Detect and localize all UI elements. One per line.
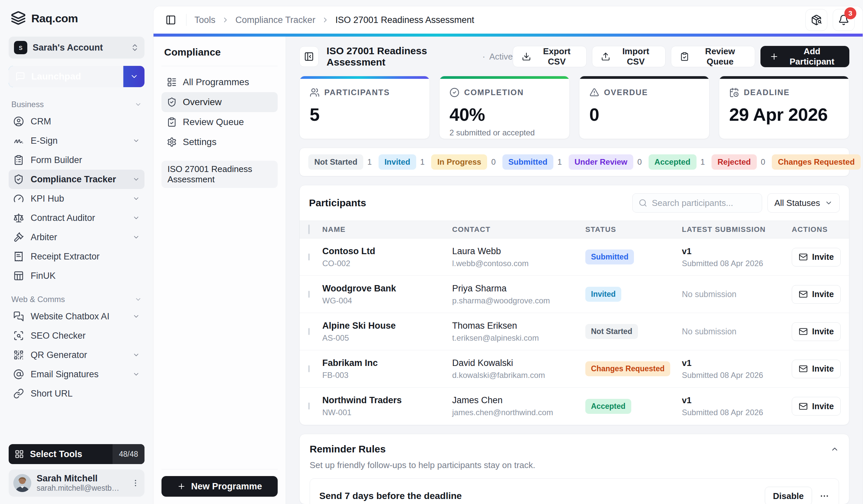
chevron-down-icon — [825, 199, 833, 207]
qr-code-icon — [13, 350, 24, 360]
launchpad-dropdown[interactable] — [123, 66, 145, 87]
participant-name: Fabrikam Inc — [322, 358, 452, 368]
sidebar-item-website-chatbox-ai[interactable]: Website Chatbox AI — [9, 307, 145, 326]
subnav-item-label: Review Queue — [183, 117, 244, 127]
import-csv-label: Import CSV — [615, 46, 656, 67]
reminder-rules-title: Reminder Rules — [310, 443, 386, 455]
new-programme-button[interactable]: New Programme — [162, 476, 278, 497]
section-web-comms[interactable]: Web & Comms — [11, 295, 142, 304]
package-search-button[interactable] — [805, 9, 827, 31]
stat-accent — [439, 76, 569, 79]
sidebar-item-finuk[interactable]: FinUK — [9, 266, 145, 285]
reminder-rule-text: Send 7 days before the deadline — [319, 491, 462, 501]
mail-icon — [799, 290, 808, 299]
participant-search[interactable] — [632, 193, 762, 212]
status-count: 1 — [558, 157, 562, 167]
sidebar-item-form-builder[interactable]: Form Builder — [9, 150, 145, 170]
invite-label: Invite — [812, 289, 834, 299]
sidebar-item-qr-generator[interactable]: QR Generator — [9, 345, 145, 365]
select-tools-button[interactable]: Select Tools 48/48 — [9, 444, 145, 464]
alert-triangle-icon — [589, 88, 599, 98]
clipboard-list-icon — [13, 155, 24, 165]
notifications-button[interactable]: 3 — [833, 9, 855, 31]
table-row: Northwind TradersNW-001 James Chenjames.… — [300, 388, 849, 425]
launchpad-button[interactable]: Launchpad — [9, 66, 145, 87]
section-business[interactable]: Business — [11, 100, 142, 109]
sidebar-item-email-signatures[interactable]: Email Signatures — [9, 365, 145, 384]
row-checkbox[interactable] — [308, 254, 310, 260]
clipboard-check-icon — [680, 52, 689, 61]
notification-badge: 3 — [845, 7, 856, 19]
status-pill-changes-requested: Changes Requested — [772, 154, 861, 170]
search-input[interactable] — [652, 198, 756, 208]
sidebar-item-receipt-extractor[interactable]: Receipt Extractor — [9, 247, 145, 266]
import-csv-button[interactable]: Import CSV — [592, 46, 665, 67]
sidebar-item-seo-checker[interactable]: SEO Checker — [9, 326, 145, 345]
chevron-down-icon — [133, 137, 140, 144]
status-summary-bar: Not Started 1 Invited 1 In Progress 0 Su… — [299, 148, 849, 176]
subnav-title: Compliance — [162, 45, 278, 66]
review-queue-button[interactable]: Review Queue — [671, 46, 755, 67]
panel-left-toggle-button[interactable] — [163, 13, 178, 27]
invite-button[interactable]: Invite — [792, 285, 841, 304]
programme-chip[interactable]: ISO 27001 Readiness Assessment — [162, 161, 278, 188]
launchpad-label: Launchpad — [31, 71, 81, 82]
stat-label: DEADLINE — [744, 88, 790, 97]
subnav-item-review-queue[interactable]: Review Queue — [162, 112, 278, 132]
chevron-down-icon — [133, 313, 140, 320]
more-horizontal-icon[interactable] — [820, 491, 829, 501]
invite-button[interactable]: Invite — [792, 322, 841, 341]
row-checkbox[interactable] — [308, 328, 310, 335]
invite-button[interactable]: Invite — [792, 397, 841, 415]
account-avatar: s — [14, 41, 27, 54]
status-text: Active — [489, 52, 513, 62]
account-switcher[interactable]: s Sarah's Account — [9, 37, 145, 59]
sidebar-item-label: SEO Checker — [30, 331, 140, 341]
subnav-item-overview[interactable]: Overview — [162, 92, 278, 112]
sidebar-item-arbiter[interactable]: Arbiter — [9, 228, 145, 247]
mail-icon — [799, 253, 808, 261]
invite-button[interactable]: Invite — [792, 360, 841, 378]
chevron-up-icon[interactable] — [830, 445, 839, 453]
row-checkbox[interactable] — [308, 402, 310, 410]
panel-collapse-button[interactable] — [299, 46, 318, 67]
status-filter-select[interactable]: All Statuses — [767, 193, 840, 212]
contact-email: james.chen@northwind.com — [452, 408, 585, 417]
invite-label: Invite — [812, 252, 834, 262]
sidebar-item-compliance-tracker[interactable]: Compliance Tracker — [9, 170, 145, 189]
invite-button[interactable]: Invite — [792, 248, 841, 267]
row-checkbox[interactable] — [308, 365, 310, 372]
participant-name: Northwind Traders — [322, 395, 452, 405]
sidebar-item-esign[interactable]: E-Sign — [9, 131, 145, 150]
disable-button[interactable]: Disable — [765, 487, 812, 504]
layout-grid-icon — [15, 450, 24, 459]
subnav-item-settings[interactable]: Settings — [162, 132, 278, 152]
sidebar-item-short-url[interactable]: Short URL — [9, 384, 145, 403]
sidebar-item-contract-auditor[interactable]: Contract Auditor — [9, 208, 145, 228]
breadcrumb-compliance-tracker[interactable]: Compliance Tracker — [235, 15, 315, 25]
status-pill-not-started: Not Started — [308, 154, 363, 170]
user-profile-chip[interactable]: Sarah Mitchell sarah.mitchell@westbur... — [9, 469, 145, 497]
reminder-rules-card: Reminder Rules Set up friendly follow-up… — [299, 434, 849, 504]
sidebar-item-kpi-hub[interactable]: KPI Hub — [9, 189, 145, 208]
gauge-icon — [13, 193, 24, 204]
row-checkbox[interactable] — [308, 291, 310, 298]
breadcrumb-tools[interactable]: Tools — [195, 15, 215, 25]
launchpad-main[interactable]: Launchpad — [9, 66, 123, 87]
select-all-checkbox[interactable] — [308, 224, 310, 234]
contact-name: Thomas Eriksen — [452, 321, 585, 331]
submission-date: Submitted 08 Apr 2026 — [682, 259, 792, 268]
calendar-clock-icon — [729, 88, 739, 98]
sidebar-item-crm[interactable]: CRM — [9, 112, 145, 131]
subnav-item-all-programmes[interactable]: All Programmes — [162, 72, 278, 92]
status-count: 0 — [491, 157, 496, 167]
more-vertical-icon[interactable] — [131, 479, 140, 487]
export-csv-button[interactable]: Export CSV — [513, 46, 587, 67]
add-participant-button[interactable]: Add Participant — [761, 46, 849, 67]
select-tools-label: Select Tools — [30, 449, 82, 460]
user-email: sarah.mitchell@westbur... — [37, 484, 120, 493]
contact-name: David Kowalski — [452, 358, 585, 368]
mail-icon — [799, 402, 808, 411]
plus-icon — [770, 52, 779, 61]
sidebar-item-label: CRM — [30, 116, 140, 127]
